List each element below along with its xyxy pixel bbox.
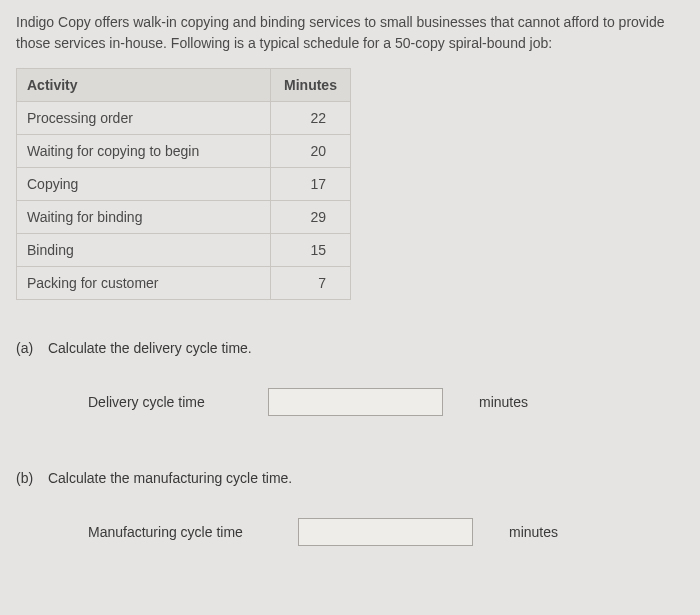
question-b-line: (b) Calculate the manufacturing cycle ti… — [16, 470, 684, 486]
answer-a-label: Delivery cycle time — [88, 394, 268, 410]
table-row: Packing for customer 7 — [17, 267, 351, 300]
table-row: Copying 17 — [17, 168, 351, 201]
minutes-cell: 7 — [271, 267, 351, 300]
question-b-prompt: Calculate the manufacturing cycle time. — [48, 470, 292, 486]
page-root: Indigo Copy offers walk-in copying and b… — [0, 0, 700, 546]
activity-cell: Binding — [17, 234, 271, 267]
answer-b-row: Manufacturing cycle time minutes — [16, 518, 684, 546]
minutes-cell: 20 — [271, 135, 351, 168]
answer-a-unit: minutes — [479, 394, 528, 410]
schedule-table: Activity Minutes Processing order 22 Wai… — [16, 68, 351, 300]
question-a-marker: (a) — [16, 340, 44, 356]
question-a-line: (a) Calculate the delivery cycle time. — [16, 340, 684, 356]
question-b: (b) Calculate the manufacturing cycle ti… — [16, 470, 684, 546]
intro-text: Indigo Copy offers walk-in copying and b… — [16, 12, 684, 54]
answer-a-row: Delivery cycle time minutes — [16, 388, 684, 416]
activity-cell: Packing for customer — [17, 267, 271, 300]
table-row: Binding 15 — [17, 234, 351, 267]
answer-b-label: Manufacturing cycle time — [88, 524, 298, 540]
minutes-cell: 15 — [271, 234, 351, 267]
question-a-prompt: Calculate the delivery cycle time. — [48, 340, 252, 356]
activity-cell: Processing order — [17, 102, 271, 135]
col-header-activity: Activity — [17, 69, 271, 102]
activity-cell: Waiting for binding — [17, 201, 271, 234]
activity-cell: Copying — [17, 168, 271, 201]
minutes-cell: 29 — [271, 201, 351, 234]
minutes-cell: 22 — [271, 102, 351, 135]
answer-b-unit: minutes — [509, 524, 558, 540]
table-row: Processing order 22 — [17, 102, 351, 135]
answer-b-input[interactable] — [298, 518, 473, 546]
table-row: Waiting for binding 29 — [17, 201, 351, 234]
question-a: (a) Calculate the delivery cycle time. D… — [16, 340, 684, 416]
table-row: Waiting for copying to begin 20 — [17, 135, 351, 168]
minutes-cell: 17 — [271, 168, 351, 201]
col-header-minutes: Minutes — [271, 69, 351, 102]
activity-cell: Waiting for copying to begin — [17, 135, 271, 168]
answer-a-input[interactable] — [268, 388, 443, 416]
question-b-marker: (b) — [16, 470, 44, 486]
